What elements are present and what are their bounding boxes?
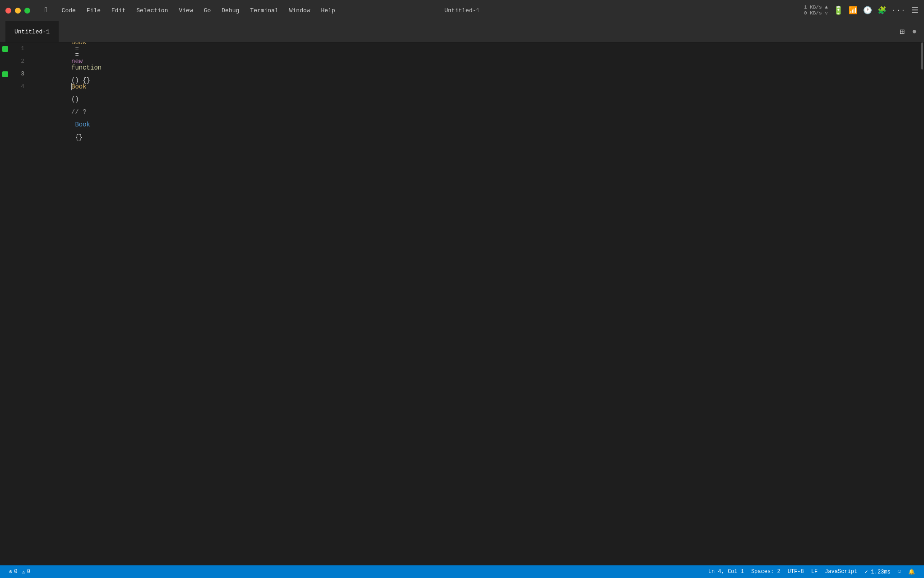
breakpoint-3[interactable] [2, 71, 8, 77]
line-number-3: 3 [10, 68, 33, 80]
smiley-item[interactable]: ☺ [894, 569, 905, 575]
menu-right: 1 KB/s ▲ 0 KB/s ▽ 🔋 📶 🕐 🧩 ··· ☰ [804, 5, 919, 16]
menu-help[interactable]: Help [316, 5, 341, 16]
menu-file[interactable]: File [81, 5, 106, 16]
token: new [71, 58, 83, 65]
timing-item[interactable]: ✓ 1.23ms [861, 569, 894, 575]
code-area: 1 let Book = function () {} 2 [0, 42, 918, 93]
list-icon[interactable]: ☰ [911, 5, 919, 15]
battery-icon: 🔋 [833, 5, 843, 15]
line-ending-item[interactable]: LF [808, 569, 821, 575]
spaces-item[interactable]: Spaces: 2 [748, 569, 784, 575]
line-ending-label: LF [811, 569, 818, 575]
bell-icon: 🔔 [908, 569, 915, 575]
wifi-icon: 📶 [849, 6, 858, 15]
tab-untitled-1[interactable]: Untitled-1 [5, 21, 59, 42]
scrollbar-thumb[interactable] [921, 42, 923, 70]
encoding-label: UTF-8 [788, 569, 804, 575]
menu-terminal[interactable]: Terminal [245, 5, 283, 16]
status-bar: ⊗ 0 ⚠ 0 Ln 4, Col 1 Spaces: 2 UTF-8 LF J… [0, 565, 924, 578]
language-item[interactable]: JavaScript [821, 569, 861, 575]
timing-label: ✓ 1.23ms [864, 569, 891, 575]
menu-selection[interactable]: Selection [131, 5, 173, 16]
line-indicator-1 [0, 46, 10, 52]
menu-items:  Code File Edit Selection View Go Debug… [39, 5, 804, 16]
token: // ? [71, 108, 90, 116]
editor-content[interactable]: 1 let Book = function () {} 2 [0, 42, 918, 565]
dot-icon: ● [910, 25, 919, 38]
language-label: JavaScript [825, 569, 857, 575]
clock-icon: 🕐 [863, 6, 872, 15]
minimize-button[interactable] [15, 8, 21, 14]
errors-item[interactable]: ⊗ 0 ⚠ 0 [5, 565, 34, 578]
menu-bar:  Code File Edit Selection View Go Debug… [0, 0, 924, 21]
tab-actions: ⊞ ● [898, 25, 919, 38]
encoding-item[interactable]: UTF-8 [784, 569, 808, 575]
warning-count: 0 [27, 569, 30, 575]
split-editor-icon[interactable]: ⊞ [898, 25, 906, 38]
window-title: Untitled-1 [444, 7, 480, 14]
apple-menu[interactable]:  [39, 5, 55, 16]
line-code-4[interactable] [33, 68, 918, 106]
cursor [71, 83, 72, 90]
menu-edit[interactable]: Edit [106, 5, 131, 16]
warning-icon: ⚠ [22, 569, 25, 575]
line-number-1: 1 [10, 42, 33, 55]
code-line-4: 4 [0, 80, 918, 93]
more-icon[interactable]: ··· [892, 7, 906, 14]
extension-icon: 🧩 [878, 6, 887, 15]
tab-label: Untitled-1 [14, 28, 50, 35]
line-number-4: 4 [10, 80, 33, 93]
maximize-button[interactable] [24, 8, 30, 14]
tab-bar: Untitled-1 ⊞ ● [0, 21, 924, 42]
menu-window[interactable]: Window [284, 5, 316, 16]
menu-go[interactable]: Go [199, 5, 217, 16]
status-right: Ln 4, Col 1 Spaces: 2 UTF-8 LF JavaScrip… [705, 569, 919, 575]
line-indicator-3 [0, 71, 10, 77]
menu-code[interactable]: Code [56, 5, 81, 16]
error-icon: ⊗ [9, 569, 12, 575]
token: = [71, 45, 83, 52]
traffic-lights [5, 8, 30, 14]
close-button[interactable] [5, 8, 11, 14]
breakpoint-1[interactable] [2, 46, 8, 52]
menu-debug[interactable]: Debug [216, 5, 245, 16]
network-status: 1 KB/s ▲ 0 KB/s ▽ [804, 5, 828, 16]
token: {} [71, 134, 83, 141]
spaces-label: Spaces: 2 [751, 569, 781, 575]
bell-item[interactable]: 🔔 [905, 569, 919, 575]
line-number-2: 2 [10, 55, 33, 68]
cursor-position: Ln 4, Col 1 [708, 569, 744, 575]
editor-container: 1 let Book = function () {} 2 [0, 42, 924, 565]
smiley-icon: ☺ [898, 569, 901, 575]
position-item[interactable]: Ln 4, Col 1 [705, 569, 748, 575]
token: Book [71, 121, 90, 128]
menu-view[interactable]: View [173, 5, 198, 16]
error-count: 0 [14, 569, 17, 575]
scrollbar-area[interactable] [918, 42, 924, 565]
